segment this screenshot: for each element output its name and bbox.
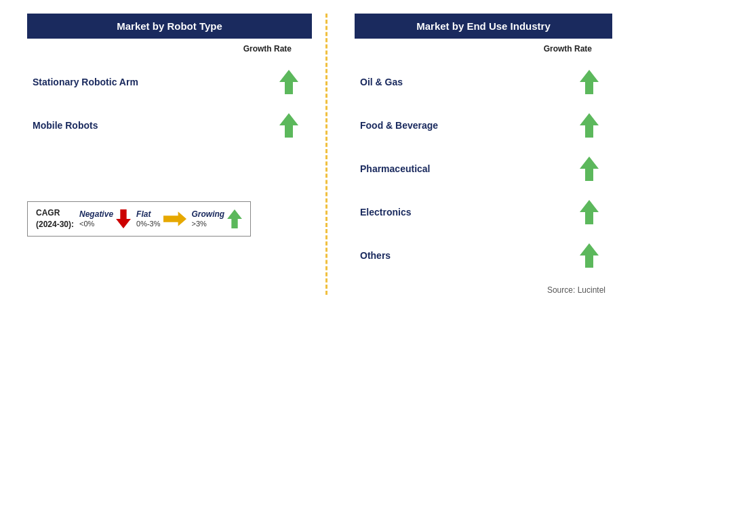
svg-marker-1 — [279, 113, 298, 138]
growing-range: >3% — [192, 220, 207, 228]
negative-arrow-icon — [116, 209, 131, 228]
food-beverage-label: Food & Beverage — [360, 120, 438, 131]
list-item: Pharmaceutical — [355, 147, 612, 190]
list-item: Food & Beverage — [355, 104, 612, 147]
mobile-robots-arrow-icon — [279, 113, 298, 138]
svg-marker-6 — [580, 113, 599, 138]
right-growth-rate-label: Growth Rate — [355, 44, 612, 54]
svg-marker-9 — [580, 243, 599, 268]
right-panel-header: Market by End Use Industry — [355, 14, 612, 39]
list-item: Stationary Robotic Arm — [27, 60, 312, 104]
electronics-arrow-icon — [580, 200, 599, 224]
svg-marker-0 — [279, 70, 298, 94]
stationary-robotic-arm-label: Stationary Robotic Arm — [33, 77, 138, 87]
oil-gas-arrow-icon — [580, 70, 599, 94]
legend-growing: Growing >3% — [192, 209, 243, 228]
right-panel: Market by End Use Industry Growth Rate O… — [355, 14, 612, 295]
pharmaceutical-label: Pharmaceutical — [360, 163, 431, 174]
flat-label: Flat — [136, 209, 151, 219]
food-beverage-arrow-icon — [580, 113, 599, 138]
negative-label: Negative — [79, 209, 113, 219]
oil-gas-label: Oil & Gas — [360, 77, 403, 87]
left-growth-rate-label: Growth Rate — [27, 44, 312, 54]
others-label: Others — [360, 250, 391, 261]
stationary-arm-arrow-icon — [279, 70, 298, 94]
svg-marker-8 — [580, 200, 599, 224]
flat-arrow-icon — [163, 211, 186, 226]
list-item: Mobile Robots — [27, 104, 312, 147]
left-panel-header: Market by Robot Type — [27, 14, 312, 39]
cagr-label: CAGR(2024-30): — [36, 207, 74, 230]
list-item: Oil & Gas — [355, 60, 612, 104]
svg-marker-4 — [227, 209, 242, 228]
left-panel: Market by Robot Type Growth Rate Station… — [27, 14, 312, 295]
vertical-divider — [325, 14, 327, 295]
growing-label: Growing — [192, 209, 225, 219]
legend-negative: Negative <0% — [79, 209, 131, 228]
growing-arrow-icon — [227, 209, 242, 228]
mobile-robots-label: Mobile Robots — [33, 120, 98, 131]
svg-marker-2 — [116, 209, 131, 228]
svg-marker-3 — [163, 211, 186, 226]
svg-marker-7 — [580, 157, 599, 181]
others-arrow-icon — [580, 243, 599, 268]
electronics-label: Electronics — [360, 207, 411, 218]
pharmaceutical-arrow-icon — [580, 157, 599, 181]
negative-range: <0% — [79, 220, 94, 228]
flat-range: 0%-3% — [136, 220, 160, 228]
legend-box: CAGR(2024-30): Negative <0% Flat 0%-3% — [27, 201, 251, 237]
svg-marker-5 — [580, 70, 599, 94]
source-text: Source: Lucintel — [355, 285, 612, 295]
list-item: Electronics — [355, 190, 612, 234]
list-item: Others — [355, 234, 612, 277]
legend-flat: Flat 0%-3% — [136, 209, 186, 228]
